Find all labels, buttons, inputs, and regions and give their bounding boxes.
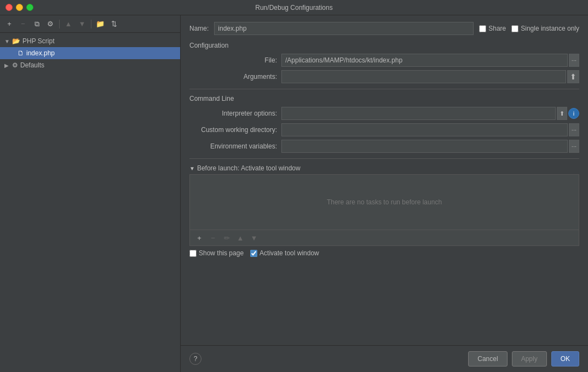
before-launch-move-down-button[interactable]: ▼ (248, 232, 260, 244)
single-instance-checkbox[interactable] (511, 25, 518, 32)
before-launch-box: There are no tasks to run before launch … (189, 174, 579, 246)
footer-left: ? (189, 353, 201, 365)
before-launch-remove-button[interactable]: − (207, 232, 219, 244)
help-button[interactable]: ? (189, 353, 201, 365)
sidebar-toolbar: + − ⧉ ⚙ ▲ ▼ 📁 ⇅ (0, 15, 180, 33)
content-area: Name: Share Single instance only Configu… (181, 15, 588, 372)
sidebar-item-php-script[interactable]: ▼ 📂 PHP Script (0, 35, 180, 47)
share-label: Share (488, 25, 506, 32)
environment-variables-label: Environment variables: (189, 142, 277, 150)
before-launch-move-up-button[interactable]: ▲ (234, 232, 246, 244)
defaults-label: Defaults (20, 61, 44, 69)
environment-variables-input-group: ··· (281, 140, 579, 153)
sidebar-item-defaults[interactable]: ▶ ⚙ Defaults (0, 59, 180, 71)
move-down-button[interactable]: ▼ (76, 18, 88, 30)
before-launch-header: ▼ Before launch: Activate tool window (189, 164, 579, 172)
name-label: Name: (189, 25, 209, 32)
before-launch-arrow-icon[interactable]: ▼ (189, 165, 195, 171)
arguments-label: Arguments: (189, 73, 277, 81)
single-instance-label: Single instance only (521, 25, 579, 32)
custom-working-directory-label: Custom working directory: (189, 126, 277, 134)
single-instance-row: Single instance only (511, 25, 579, 32)
file-browse-button[interactable]: ··· (569, 54, 579, 67)
remove-config-button[interactable]: − (17, 18, 29, 30)
minimize-button[interactable] (16, 4, 23, 11)
environment-variables-browse-button[interactable]: ··· (569, 140, 579, 153)
command-line-section-title: Command Line (189, 95, 579, 102)
divider-2 (189, 158, 579, 159)
interpreter-options-row: Interpreter options: ⬆ i (189, 107, 579, 120)
settings-button[interactable]: ⚙ (44, 18, 56, 30)
name-row: Name: Share Single instance only (189, 22, 579, 35)
activate-tool-window-label: Activate tool window (260, 249, 319, 257)
footer-right: Cancel Apply OK (468, 351, 579, 367)
index-php-label: index.php (26, 49, 55, 57)
interpreter-options-input-group: ⬆ i (281, 107, 579, 120)
custom-working-directory-browse-button[interactable]: ··· (569, 123, 579, 136)
before-launch-toolbar: + − ✏ ▲ ▼ (190, 230, 579, 245)
arrow-right-icon: ▶ (4, 62, 10, 68)
interpreter-options-input[interactable] (281, 107, 556, 120)
show-this-page-label: Show this page (199, 249, 244, 257)
arguments-input-group: ⬆ (281, 70, 579, 83)
file-input-group: ··· (281, 54, 579, 67)
before-launch-label: Before launch: Activate tool window (197, 164, 301, 172)
custom-working-directory-input-group: ··· (281, 123, 579, 136)
before-launch-add-button[interactable]: + (193, 232, 205, 244)
toolbar-separator-1 (59, 20, 60, 28)
activate-tool-window-checkbox[interactable] (250, 250, 257, 257)
show-this-page-row: Show this page (189, 249, 244, 257)
arguments-input[interactable] (281, 70, 566, 83)
copy-config-button[interactable]: ⧉ (31, 18, 43, 30)
configuration-section-title: Configuration (189, 42, 579, 49)
name-input[interactable] (214, 22, 474, 35)
defaults-icon: ⚙ (12, 61, 18, 69)
before-launch-options: Show this page Activate tool window (189, 249, 579, 257)
activate-tool-window-row: Activate tool window (250, 249, 319, 257)
environment-variables-row: Environment variables: ··· (189, 140, 579, 153)
show-this-page-checkbox[interactable] (189, 250, 197, 257)
sidebar-item-index-php[interactable]: 🗋 index.php (0, 47, 180, 59)
cancel-button[interactable]: Cancel (468, 351, 507, 367)
environment-variables-input[interactable] (281, 140, 568, 153)
sidebar: + − ⧉ ⚙ ▲ ▼ 📁 ⇅ ▼ 📂 PHP Script 🗋 index.p… (0, 15, 181, 372)
custom-working-directory-row: Custom working directory: ··· (189, 123, 579, 136)
add-config-button[interactable]: + (3, 18, 15, 30)
footer: ? Cancel Apply OK (181, 345, 588, 372)
sort-button[interactable]: ⇅ (108, 18, 120, 30)
arguments-expand-button[interactable]: ⬆ (567, 70, 579, 83)
before-launch-edit-button[interactable]: ✏ (221, 232, 233, 244)
php-script-folder-icon: 📂 (12, 37, 20, 45)
sidebar-tree: ▼ 📂 PHP Script 🗋 index.php ▶ ⚙ Defaults (0, 33, 180, 372)
interpreter-options-label: Interpreter options: (189, 110, 277, 117)
titlebar: Run/Debug Configurations (0, 0, 588, 15)
divider-1 (189, 89, 579, 89)
php-file-icon: 🗋 (18, 49, 24, 57)
file-input[interactable] (281, 54, 568, 67)
file-label: File: (189, 56, 277, 64)
toolbar-separator-2 (91, 20, 91, 28)
main-layout: + − ⧉ ⚙ ▲ ▼ 📁 ⇅ ▼ 📂 PHP Script 🗋 index.p… (0, 15, 588, 372)
php-script-label: PHP Script (22, 37, 54, 45)
apply-button[interactable]: Apply (512, 351, 547, 367)
arrow-down-icon: ▼ (4, 38, 10, 44)
folder-button[interactable]: 📁 (94, 18, 106, 30)
interpreter-options-info-button[interactable]: i (568, 108, 579, 119)
custom-working-directory-input[interactable] (281, 123, 568, 136)
move-up-button[interactable]: ▲ (62, 18, 74, 30)
interpreter-options-expand-button[interactable]: ⬆ (557, 107, 567, 120)
before-launch-empty-text: There are no tasks to run before launch (190, 175, 579, 230)
file-row: File: ··· (189, 54, 579, 67)
close-button[interactable] (5, 4, 13, 11)
window-controls (5, 4, 33, 11)
window-title: Run/Debug Configurations (255, 4, 332, 12)
arguments-row: Arguments: ⬆ (189, 70, 579, 83)
form-area: Name: Share Single instance only Configu… (181, 15, 588, 345)
maximize-button[interactable] (26, 4, 33, 11)
share-checkbox[interactable] (479, 25, 486, 32)
ok-button[interactable]: OK (551, 351, 579, 367)
share-checkbox-row: Share (479, 25, 506, 32)
